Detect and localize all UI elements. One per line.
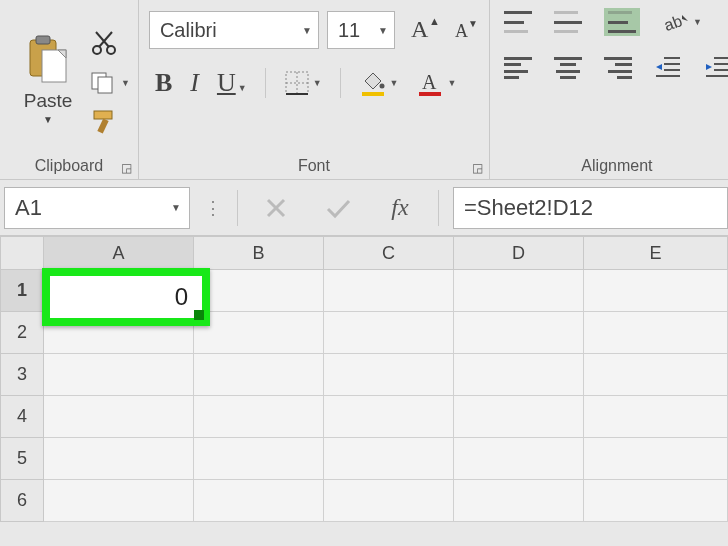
column-header-a[interactable]: A	[44, 236, 194, 270]
font-size-value: 11	[338, 19, 360, 42]
cell-d1[interactable]	[454, 270, 584, 312]
cell-d3[interactable]	[454, 354, 584, 396]
cell-b1[interactable]	[194, 270, 324, 312]
chevron-down-icon: ▼	[447, 78, 456, 88]
cell-b6[interactable]	[194, 480, 324, 522]
svg-text:▼: ▼	[468, 18, 478, 29]
cell-c3[interactable]	[324, 354, 454, 396]
paste-button[interactable]: Paste ▼	[24, 34, 73, 125]
font-name-combo[interactable]: Calibri ▼	[149, 11, 319, 49]
cell-c2[interactable]	[324, 312, 454, 354]
cell-c6[interactable]	[324, 480, 454, 522]
ribbon: Paste ▼	[0, 0, 728, 180]
align-top-button[interactable]	[504, 11, 532, 33]
cell-d5[interactable]	[454, 438, 584, 480]
svg-line-6	[99, 32, 112, 47]
cell-c5[interactable]	[324, 438, 454, 480]
row-header-4[interactable]: 4	[0, 396, 44, 438]
column-header-b[interactable]: B	[194, 236, 324, 270]
insert-function-button[interactable]: fx	[376, 194, 424, 221]
enter-formula-button[interactable]	[314, 197, 362, 219]
cell-a4[interactable]	[44, 396, 194, 438]
cell-e5[interactable]	[584, 438, 728, 480]
paste-dropdown[interactable]: ▼	[43, 114, 53, 125]
chevron-down-icon: ▼	[313, 78, 322, 88]
cancel-formula-button[interactable]	[252, 197, 300, 219]
svg-marker-29	[656, 64, 662, 70]
svg-text:A: A	[455, 21, 468, 41]
column-header-e[interactable]: E	[584, 236, 728, 270]
column-header-c[interactable]: C	[324, 236, 454, 270]
align-center-button[interactable]	[554, 57, 582, 79]
bold-button[interactable]: B	[155, 68, 172, 98]
font-name-value: Calibri	[160, 19, 217, 42]
select-all-corner[interactable]	[0, 236, 44, 270]
decrease-font-icon: A ▼	[451, 13, 479, 43]
row-header-2[interactable]: 2	[0, 312, 44, 354]
font-launcher-icon[interactable]: ◲	[472, 161, 483, 175]
row-header-6[interactable]: 6	[0, 480, 44, 522]
svg-rect-1	[36, 36, 50, 44]
underline-button[interactable]: U ▼	[217, 68, 247, 98]
cell-d6[interactable]	[454, 480, 584, 522]
name-box[interactable]: A1 ▼	[4, 187, 190, 229]
decrease-indent-button[interactable]	[654, 54, 682, 82]
fill-color-button[interactable]: ▼	[359, 69, 399, 97]
font-color-icon: A	[416, 69, 444, 97]
cell-d2[interactable]	[454, 312, 584, 354]
svg-text:A: A	[411, 16, 429, 42]
italic-button[interactable]: I	[190, 68, 199, 98]
align-left-button[interactable]	[504, 57, 532, 79]
active-cell-highlight[interactable]: 0	[42, 268, 210, 326]
font-size-combo[interactable]: 11 ▼	[327, 11, 395, 49]
fill-handle[interactable]	[194, 310, 204, 320]
clipboard-launcher-icon[interactable]: ◲	[121, 161, 132, 175]
separator	[340, 68, 341, 98]
row-header-3[interactable]: 3	[0, 354, 44, 396]
cell-e1[interactable]	[584, 270, 728, 312]
cell-e4[interactable]	[584, 396, 728, 438]
align-bottom-button[interactable]	[608, 11, 636, 33]
cell-a6[interactable]	[44, 480, 194, 522]
svg-line-7	[96, 32, 109, 47]
copy-button[interactable]: ▼	[90, 71, 130, 95]
cut-button[interactable]	[90, 29, 130, 57]
format-painter-button[interactable]	[90, 109, 130, 135]
cell-a5[interactable]	[44, 438, 194, 480]
cell-c1[interactable]	[324, 270, 454, 312]
row-header-5[interactable]: 5	[0, 438, 44, 480]
decrease-font-button[interactable]: A ▼	[451, 13, 479, 47]
font-color-button[interactable]: A ▼	[416, 69, 456, 97]
cell-b4[interactable]	[194, 396, 324, 438]
column-header-d[interactable]: D	[454, 236, 584, 270]
x-icon	[265, 197, 287, 219]
orientation-button[interactable]: ab ▼	[662, 9, 702, 35]
align-middle-button[interactable]	[554, 11, 582, 33]
align-right-button[interactable]	[604, 57, 632, 79]
chevron-down-icon: ▼	[238, 83, 247, 93]
copy-icon	[90, 71, 118, 95]
cell-a3[interactable]	[44, 354, 194, 396]
cell-e3[interactable]	[584, 354, 728, 396]
decrease-indent-icon	[654, 54, 682, 78]
formula-input[interactable]: =Sheet2!D12	[453, 187, 728, 229]
paste-label: Paste	[24, 90, 73, 112]
increase-indent-button[interactable]	[704, 54, 728, 82]
cell-e2[interactable]	[584, 312, 728, 354]
cell-d4[interactable]	[454, 396, 584, 438]
cell-b5[interactable]	[194, 438, 324, 480]
borders-button[interactable]: ▼	[284, 70, 322, 96]
bucket-icon	[359, 69, 387, 97]
cell-e6[interactable]	[584, 480, 728, 522]
cell-b2[interactable]	[194, 312, 324, 354]
svg-rect-16	[286, 72, 308, 94]
increase-font-button[interactable]: A ▲	[409, 13, 439, 47]
cell-c4[interactable]	[324, 396, 454, 438]
clipboard-group: Paste ▼	[0, 0, 139, 179]
formula-value: =Sheet2!D12	[464, 195, 593, 221]
separator	[438, 190, 439, 226]
formula-bar-options-icon[interactable]: ⋮	[204, 197, 223, 219]
svg-point-20	[379, 84, 384, 89]
row-header-1[interactable]: 1	[0, 270, 44, 312]
cell-b3[interactable]	[194, 354, 324, 396]
